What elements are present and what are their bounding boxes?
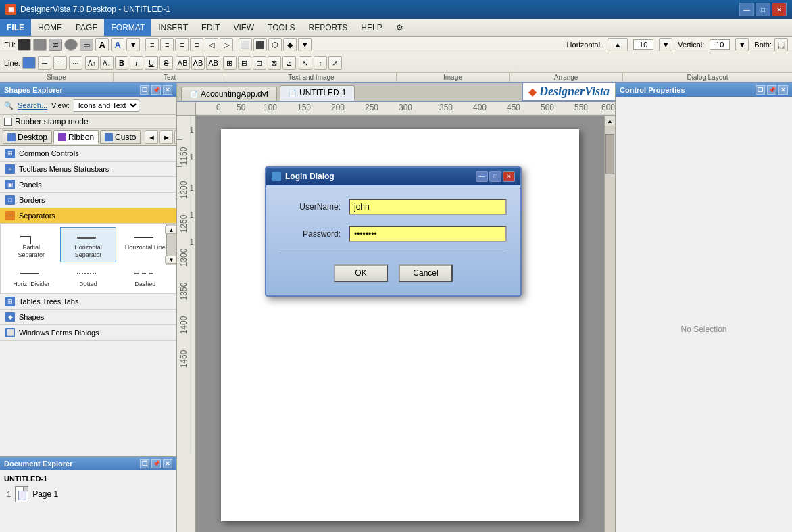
shape-btn4[interactable]: ◆ [283,38,297,51]
page-item[interactable]: 1 Page 1 [4,484,172,504]
ab3-btn[interactable]: AB [206,56,220,70]
menu-tools[interactable]: TOOLS [261,19,301,36]
sep-dashed-item[interactable]: Dashed [118,264,173,291]
arrange-btn3[interactable]: ↗ [328,56,342,70]
category-common-controls[interactable]: ⊞ Common Controls [0,146,176,162]
v-spinner[interactable]: ▼ [735,38,749,51]
panel-restore-btn[interactable]: ❐ [140,85,149,95]
both-btn[interactable]: ⬚ [774,38,788,51]
password-input[interactable] [349,226,507,242]
img-btn2[interactable]: ⊟ [238,56,251,70]
maximize-button[interactable]: □ [756,3,770,16]
sep-divider-item[interactable]: Horiz. Divider [3,264,59,291]
v-value[interactable]: 10 [710,39,730,50]
ok-button[interactable]: OK [334,264,388,282]
search-link[interactable]: Search... [18,101,47,110]
view-select[interactable]: Icons and Text Icons Only Text Only [74,99,139,112]
strike-btn[interactable]: S [159,56,173,70]
h-value[interactable]: 10 [633,39,653,50]
indent-less[interactable]: ◁ [205,38,218,51]
shape-btn3[interactable]: ⬡ [268,38,282,51]
minimize-button[interactable]: — [739,3,754,16]
category-panels[interactable]: ▣ Panels [0,177,176,193]
cp-pin-btn[interactable]: 📌 [767,85,776,95]
fill-dropdown[interactable]: ▼ [126,38,140,51]
panel-close-btn[interactable]: ✕ [163,85,172,95]
doc-close-btn[interactable]: ✕ [163,459,172,468]
line-color[interactable] [22,57,36,69]
menu-format[interactable]: FORMAT [104,19,151,36]
shape-btn2[interactable]: ⬛ [253,38,267,51]
preview-scroll-up[interactable]: ▲ [165,226,177,234]
line-style3[interactable]: ··· [69,56,82,70]
menu-extra[interactable]: ⚙ [389,19,410,36]
align-center[interactable]: ≡ [160,38,174,51]
fill-rect[interactable]: ▭ [80,39,93,51]
italic-btn[interactable]: I [130,56,143,70]
align-just[interactable]: ≡ [190,38,203,51]
panel-pin-btn[interactable]: 📌 [151,85,161,95]
fill-gradient[interactable]: ≋ [49,39,62,51]
sep-dotted-item[interactable]: Dotted [60,264,116,291]
dialog-maximize[interactable]: □ [489,171,501,182]
preview-scroll-down[interactable]: ▼ [165,256,177,264]
scrollbar-thumb[interactable] [605,134,614,174]
vertical-scrollbar[interactable]: ▲ ▼ [604,116,615,532]
shape-more[interactable]: ▼ [298,38,312,51]
close-button[interactable]: ✕ [772,3,787,16]
line-style1[interactable]: ─ [38,56,51,70]
cp-restore-btn[interactable]: ❐ [756,85,765,95]
menu-file[interactable]: FILE [0,19,31,36]
bold-btn[interactable]: B [115,56,128,70]
cp-close-btn[interactable]: ✕ [778,85,788,95]
doc-pin-btn[interactable]: 📌 [151,459,161,468]
underline-btn[interactable]: U [145,56,158,70]
scroll-up-btn[interactable]: ▲ [605,116,615,126]
menu-insert[interactable]: INSERT [151,19,195,36]
font-size-up[interactable]: A↑ [85,56,99,70]
rubber-stamp-checkbox[interactable] [4,118,12,126]
tab-custom[interactable]: Custo [100,130,141,144]
category-tables[interactable]: ⊞ Tables Trees Tabs [0,294,176,310]
menu-help[interactable]: HELP [354,19,389,36]
h-spinner-down[interactable]: ▲ [608,38,628,51]
shape-btn1[interactable]: ⬜ [239,38,252,51]
dialog-minimize[interactable]: — [476,171,488,182]
category-borders[interactable]: □ Borders [0,193,176,208]
menu-reports[interactable]: REPORTS [302,19,355,36]
doc-restore-btn[interactable]: ❐ [140,459,149,468]
sep-horiz-item[interactable]: HorizontalSeparator [60,227,116,262]
fill-circle[interactable] [64,39,78,51]
arrange-btn2[interactable]: ↑ [314,56,327,70]
img-btn5[interactable]: ⊿ [282,56,296,70]
arrange-btn1[interactable]: ↖ [299,56,312,70]
fill-color-box[interactable] [18,39,31,51]
line-style2[interactable]: - - [53,56,67,70]
canvas-viewport[interactable]: Login Dialog — □ ✕ [196,116,604,532]
sep-partial-item[interactable]: PartialSeparator [3,227,59,262]
menu-view[interactable]: VIEW [226,19,261,36]
align-left[interactable]: ≡ [145,38,159,51]
category-toolbars[interactable]: ≡ Toolbars Menus Statusbars [0,162,176,177]
fill-A-color[interactable]: A [111,38,124,51]
menu-home[interactable]: HOME [31,19,69,36]
ab-btn[interactable]: AB [176,56,190,70]
username-input[interactable] [349,199,507,215]
category-winforms[interactable]: ⬜ Windows Forms Dialogs [0,325,176,341]
indent-more[interactable]: ▷ [220,38,233,51]
tabs-menu[interactable]: ▼ [174,130,176,144]
align-right[interactable]: ≡ [175,38,189,51]
dialog-close[interactable]: ✕ [503,171,515,182]
category-shapes[interactable]: ◆ Shapes [0,310,176,325]
menu-page[interactable]: PAGE [69,19,104,36]
img-btn3[interactable]: ⊡ [253,56,266,70]
font-size-down[interactable]: A↓ [100,56,114,70]
fill-color-box2[interactable] [33,39,47,51]
img-btn1[interactable]: ⊞ [223,56,237,70]
category-separators[interactable]: ─ Separators [0,208,176,224]
h-spinner-up[interactable]: ▼ [659,38,672,51]
img-btn4[interactable]: ⊠ [268,56,281,70]
fill-A[interactable]: A [95,38,109,51]
ab2-btn[interactable]: AB [191,56,205,70]
canvas-tab-untitled[interactable]: 📄 UNTITLED-1 [280,85,355,101]
